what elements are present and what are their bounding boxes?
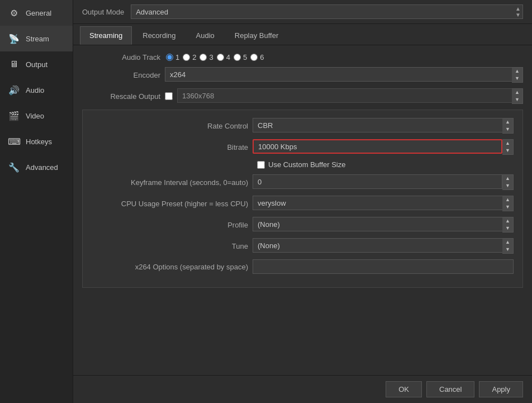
audio-track-radio-5[interactable] bbox=[234, 54, 241, 61]
rescale-select[interactable]: 1360x768 1920x1080 1280x720 bbox=[177, 88, 512, 103]
x264-options-row: x264 Options (separated by space) bbox=[92, 259, 514, 274]
cpu-preset-row: CPU Usage Preset (higher = less CPU) ult… bbox=[92, 196, 514, 211]
tune-select[interactable]: (None) film animation grain stillimage bbox=[253, 238, 502, 253]
cpu-preset-wrapper: ultrafast superfast veryfast faster fast… bbox=[253, 196, 514, 211]
tune-down-arrow[interactable]: ▼ bbox=[502, 246, 513, 253]
audio-track-row: Audio Track 1 2 3 4 5 bbox=[82, 53, 523, 61]
rescale-output-row: Rescale Output 1360x768 1920x1080 1280x7… bbox=[82, 88, 523, 104]
sidebar-item-audio[interactable]: 🔊 Audio bbox=[0, 77, 73, 103]
track-option-5: 5 bbox=[234, 53, 247, 61]
rescale-select-wrapper: 1360x768 1920x1080 1280x720 ▲ ▼ bbox=[177, 88, 523, 104]
tune-label: Tune bbox=[92, 242, 248, 250]
rate-control-down-arrow[interactable]: ▼ bbox=[502, 126, 513, 133]
encoder-select-wrapper: x264 NVENC H.264 AMD HW H.264 ▲ ▼ bbox=[165, 67, 523, 83]
bitrate-up-arrow[interactable]: ▲ bbox=[502, 140, 513, 147]
x264-options-label: x264 Options (separated by space) bbox=[92, 263, 248, 271]
output-mode-select[interactable]: Simple Advanced bbox=[131, 4, 523, 19]
bitrate-row: Bitrate ▲ ▼ bbox=[92, 139, 514, 155]
bitrate-label: Bitrate bbox=[92, 143, 248, 151]
sidebar-item-label: Output bbox=[26, 60, 48, 69]
profile-label: Profile bbox=[92, 221, 248, 229]
ok-button[interactable]: OK bbox=[386, 381, 422, 397]
tabs-bar: Streaming Recording Audio Replay Buffer bbox=[73, 24, 532, 45]
track-option-1: 1 bbox=[166, 53, 179, 61]
tune-up-arrow[interactable]: ▲ bbox=[502, 239, 513, 246]
sidebar-item-stream[interactable]: 📡 Stream bbox=[0, 26, 73, 51]
encoder-down-arrow[interactable]: ▼ bbox=[512, 75, 522, 82]
rescale-output-checkbox[interactable] bbox=[165, 92, 173, 100]
rate-control-wrapper: CBR VBR ABR CRF CQP ▲ ▼ bbox=[253, 118, 514, 134]
encoder-arrows: ▲ ▼ bbox=[512, 67, 523, 83]
rate-control-up-arrow[interactable]: ▲ bbox=[502, 118, 513, 126]
rate-control-label: Rate Control bbox=[92, 122, 248, 130]
keyframe-input[interactable] bbox=[253, 174, 502, 189]
bitrate-field-wrapper: ▲ ▼ bbox=[253, 139, 514, 155]
audio-track-radio-3[interactable] bbox=[200, 54, 207, 61]
sidebar-item-advanced[interactable]: 🔧 Advanced bbox=[0, 154, 73, 180]
tab-audio[interactable]: Audio bbox=[187, 26, 224, 45]
tab-replay-buffer[interactable]: Replay Buffer bbox=[225, 26, 288, 45]
tab-streaming[interactable]: Streaming bbox=[80, 26, 132, 45]
audio-track-radio-6[interactable] bbox=[250, 54, 258, 61]
track-label-3: 3 bbox=[209, 53, 213, 61]
profile-up-arrow[interactable]: ▲ bbox=[502, 217, 513, 225]
rate-control-arrows: ▲ ▼ bbox=[502, 118, 514, 134]
sidebar-item-label: General bbox=[26, 9, 51, 17]
output-mode-label: Output Mode bbox=[82, 8, 124, 16]
bottom-bar: OK Cancel Apply bbox=[73, 375, 532, 403]
sidebar-item-output[interactable]: 🖥 Output bbox=[0, 51, 73, 77]
keyframe-field-wrapper: ▲ ▼ bbox=[253, 174, 514, 190]
rescale-arrows: ▲ ▼ bbox=[512, 88, 523, 104]
sidebar-item-video[interactable]: 🎬 Video bbox=[0, 103, 73, 129]
sidebar-item-general[interactable]: ⚙ General bbox=[0, 0, 73, 26]
keyframe-arrows: ▲ ▼ bbox=[502, 174, 514, 190]
custom-buffer-checkbox[interactable] bbox=[257, 161, 265, 169]
rate-control-select[interactable]: CBR VBR ABR CRF CQP bbox=[253, 118, 502, 132]
video-icon: 🎬 bbox=[8, 110, 20, 122]
keyframe-label: Keyframe Interval (seconds, 0=auto) bbox=[92, 178, 248, 187]
hotkeys-icon: ⌨ bbox=[8, 135, 20, 148]
sidebar-item-label: Stream bbox=[26, 35, 49, 43]
cpu-preset-arrows: ▲ ▼ bbox=[502, 196, 514, 211]
encoder-up-arrow[interactable]: ▲ bbox=[512, 68, 522, 75]
cpu-preset-select[interactable]: ultrafast superfast veryfast faster fast… bbox=[253, 196, 502, 210]
encoder-label: Encoder bbox=[82, 71, 160, 79]
apply-button[interactable]: Apply bbox=[479, 381, 523, 397]
track-option-6: 6 bbox=[250, 53, 264, 61]
sidebar: ⚙ General 📡 Stream 🖥 Output 🔊 Audio 🎬 Vi… bbox=[0, 0, 73, 403]
keyframe-row: Keyframe Interval (seconds, 0=auto) ▲ ▼ bbox=[92, 174, 514, 190]
custom-buffer-row: Use Custom Buffer Size bbox=[92, 160, 514, 169]
sidebar-item-label: Advanced bbox=[26, 163, 58, 172]
tab-recording[interactable]: Recording bbox=[133, 26, 185, 45]
rescale-down-arrow[interactable]: ▼ bbox=[512, 96, 522, 103]
profile-select[interactable]: (None) baseline main high bbox=[253, 217, 502, 231]
cancel-button[interactable]: Cancel bbox=[426, 381, 474, 397]
cpu-preset-up-arrow[interactable]: ▲ bbox=[502, 196, 513, 203]
profile-down-arrow[interactable]: ▼ bbox=[502, 225, 513, 232]
track-label-5: 5 bbox=[243, 53, 247, 61]
rescale-up-arrow[interactable]: ▲ bbox=[512, 89, 522, 96]
encoder-settings-panel: Rate Control CBR VBR ABR CRF CQP ▲ ▼ bbox=[82, 110, 523, 288]
track-label-6: 6 bbox=[260, 53, 264, 61]
track-option-2: 2 bbox=[183, 53, 196, 61]
sidebar-item-hotkeys[interactable]: ⌨ Hotkeys bbox=[0, 129, 73, 154]
audio-track-radio-4[interactable] bbox=[217, 54, 224, 61]
sidebar-item-label: Audio bbox=[26, 86, 44, 94]
keyframe-up-arrow[interactable]: ▲ bbox=[502, 175, 513, 182]
tune-wrapper: (None) film animation grain stillimage ▲… bbox=[253, 238, 514, 254]
bitrate-down-arrow[interactable]: ▼ bbox=[502, 147, 513, 154]
tune-row: Tune (None) film animation grain stillim… bbox=[92, 238, 514, 254]
rescale-output-label: Rescale Output bbox=[82, 92, 160, 101]
cpu-preset-label: CPU Usage Preset (higher = less CPU) bbox=[92, 200, 248, 208]
track-label-4: 4 bbox=[226, 53, 230, 61]
audio-icon: 🔊 bbox=[8, 84, 20, 96]
bitrate-input[interactable] bbox=[253, 139, 502, 154]
profile-arrows: ▲ ▼ bbox=[502, 217, 514, 233]
audio-track-radio-1[interactable] bbox=[166, 54, 173, 61]
sidebar-item-label: Hotkeys bbox=[26, 138, 52, 146]
keyframe-down-arrow[interactable]: ▼ bbox=[502, 182, 513, 189]
encoder-select[interactable]: x264 NVENC H.264 AMD HW H.264 bbox=[165, 67, 512, 82]
x264-options-input[interactable] bbox=[253, 259, 514, 274]
audio-track-radio-2[interactable] bbox=[183, 54, 190, 61]
cpu-preset-down-arrow[interactable]: ▼ bbox=[502, 203, 513, 211]
